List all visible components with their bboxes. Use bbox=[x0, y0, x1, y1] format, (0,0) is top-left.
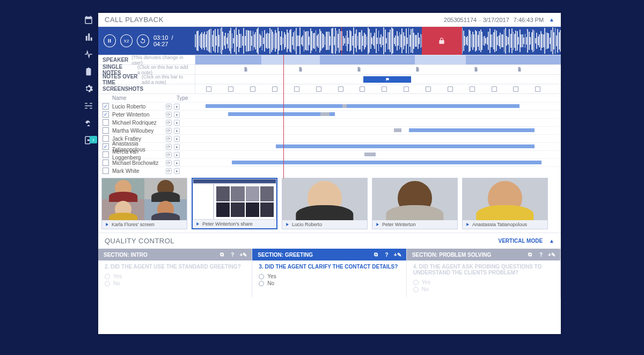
type-icon[interactable]: ⟳ bbox=[166, 128, 172, 134]
type-icon[interactable]: ▸ bbox=[174, 152, 180, 158]
edit-icon[interactable]: +✎ bbox=[240, 251, 246, 258]
participant-lane[interactable] bbox=[187, 111, 557, 118]
option-row[interactable]: No bbox=[407, 286, 560, 293]
edit-icon[interactable]: +✎ bbox=[394, 251, 401, 258]
option-row[interactable]: No bbox=[98, 280, 252, 287]
type-icon[interactable]: ⟳ bbox=[166, 168, 172, 174]
note-icon[interactable] bbox=[415, 67, 420, 72]
option-row[interactable]: Yes bbox=[407, 279, 560, 286]
video-thumbnail[interactable]: Anastassia Tatianopolous bbox=[462, 178, 548, 229]
speaker-lane[interactable] bbox=[195, 55, 561, 64]
participant-lane[interactable] bbox=[187, 127, 557, 134]
side-tab-badge[interactable]: › bbox=[90, 136, 97, 143]
replay-button[interactable] bbox=[137, 34, 149, 47]
radio-icon[interactable] bbox=[259, 274, 264, 279]
screenshot-marker[interactable] bbox=[294, 86, 299, 92]
calendar-icon[interactable] bbox=[84, 15, 93, 25]
screenshot-marker[interactable] bbox=[272, 86, 277, 92]
screenshot-marker[interactable] bbox=[338, 86, 343, 92]
screenshot-marker[interactable] bbox=[382, 86, 387, 92]
participant-checkbox[interactable] bbox=[103, 160, 109, 166]
option-row[interactable]: Yes bbox=[252, 273, 406, 280]
radio-icon[interactable] bbox=[105, 281, 110, 286]
gear-icon[interactable] bbox=[84, 84, 93, 93]
type-icon[interactable]: ▸ bbox=[174, 104, 180, 110]
radio-icon[interactable] bbox=[413, 287, 419, 292]
radio-icon[interactable] bbox=[413, 280, 419, 285]
sliders-icon[interactable] bbox=[84, 101, 93, 111]
note-icon[interactable] bbox=[243, 67, 248, 72]
option-row[interactable]: No bbox=[252, 280, 406, 287]
handshake-icon[interactable] bbox=[84, 118, 93, 128]
help-icon[interactable]: ? bbox=[384, 251, 390, 258]
screenshot-marker[interactable] bbox=[492, 86, 497, 92]
type-icon[interactable]: ▸ bbox=[174, 144, 180, 150]
type-icon[interactable]: ▸ bbox=[174, 128, 180, 134]
clipboard-icon[interactable] bbox=[84, 67, 93, 76]
help-icon[interactable]: ? bbox=[229, 251, 236, 258]
participant-lane[interactable] bbox=[187, 119, 557, 126]
screenshot-marker[interactable] bbox=[513, 86, 518, 92]
pause-button[interactable] bbox=[104, 34, 116, 47]
screenshot-marker[interactable] bbox=[535, 86, 540, 92]
copy-icon[interactable]: ⧉ bbox=[527, 251, 533, 258]
radio-icon[interactable] bbox=[259, 281, 264, 286]
note-icon[interactable] bbox=[517, 67, 522, 72]
option-row[interactable]: Yes bbox=[98, 273, 252, 280]
participant-lane[interactable] bbox=[187, 159, 557, 166]
screenshot-marker[interactable] bbox=[448, 86, 453, 92]
type-icon[interactable]: ▸ bbox=[174, 160, 180, 166]
participant-checkbox[interactable] bbox=[103, 168, 109, 174]
type-icon[interactable]: ⟳ bbox=[166, 144, 172, 150]
video-thumbnail[interactable]: Peter Winterton's share bbox=[192, 178, 277, 229]
copy-icon[interactable]: ⧉ bbox=[218, 251, 225, 258]
type-icon[interactable]: ▸ bbox=[174, 112, 180, 118]
participant-lane[interactable] bbox=[187, 167, 557, 175]
collapse-icon[interactable]: ▲ bbox=[549, 17, 554, 23]
screenshot-marker[interactable] bbox=[360, 86, 365, 92]
screenshot-marker[interactable] bbox=[206, 86, 211, 92]
screenshot-marker[interactable] bbox=[250, 86, 255, 92]
participant-lane[interactable] bbox=[187, 103, 557, 110]
video-thumbnail[interactable]: Lucio Roberto bbox=[282, 178, 368, 229]
screenshot-marker[interactable] bbox=[228, 86, 233, 92]
participant-checkbox[interactable] bbox=[103, 127, 109, 134]
type-icon[interactable]: ⟳ bbox=[166, 152, 172, 158]
participant-lane[interactable] bbox=[187, 135, 557, 142]
participant-checkbox[interactable]: ✓ bbox=[103, 143, 109, 150]
participant-checkbox[interactable]: ✓ bbox=[103, 111, 109, 118]
participant-lane[interactable] bbox=[187, 143, 557, 150]
radio-icon[interactable] bbox=[105, 274, 110, 279]
help-icon[interactable]: ? bbox=[538, 251, 544, 258]
screenshot-marker[interactable] bbox=[404, 86, 409, 92]
type-icon[interactable]: ▸ bbox=[174, 168, 180, 174]
pulse-icon[interactable] bbox=[84, 49, 93, 59]
type-icon[interactable]: ⟳ bbox=[166, 160, 172, 166]
single-notes-lane[interactable] bbox=[195, 65, 561, 74]
type-icon[interactable]: ▸ bbox=[174, 120, 180, 126]
participant-lane[interactable] bbox=[187, 151, 557, 158]
participant-checkbox[interactable]: ✓ bbox=[103, 103, 109, 110]
screenshots-lane[interactable] bbox=[195, 84, 561, 93]
speed-button[interactable]: X2 bbox=[120, 34, 133, 47]
notes-over-time-lane[interactable] bbox=[195, 75, 561, 84]
video-thumbnail[interactable]: Karla Flores' screen bbox=[101, 178, 187, 229]
participant-checkbox[interactable] bbox=[103, 119, 109, 126]
type-icon[interactable]: ⟳ bbox=[166, 136, 172, 142]
screenshot-marker[interactable] bbox=[316, 86, 321, 92]
type-icon[interactable]: ▸ bbox=[174, 136, 180, 142]
type-icon[interactable]: ⟳ bbox=[166, 112, 172, 118]
video-thumbnail[interactable]: Peter Winterton bbox=[372, 178, 458, 229]
copy-icon[interactable]: ⧉ bbox=[373, 251, 379, 258]
participant-checkbox[interactable] bbox=[103, 135, 109, 142]
type-icon[interactable]: ⟳ bbox=[166, 120, 172, 126]
note-icon[interactable] bbox=[473, 67, 479, 72]
type-icon[interactable]: ⟳ bbox=[166, 104, 172, 110]
screenshot-marker[interactable] bbox=[426, 86, 431, 92]
qc-collapse-icon[interactable]: ▲ bbox=[549, 238, 554, 244]
waveform[interactable] bbox=[195, 27, 561, 55]
vertical-mode-button[interactable]: VERTICAL MODE bbox=[498, 238, 543, 244]
chart-icon[interactable] bbox=[84, 32, 93, 42]
note-icon[interactable] bbox=[298, 67, 303, 72]
participant-checkbox[interactable] bbox=[103, 151, 109, 158]
